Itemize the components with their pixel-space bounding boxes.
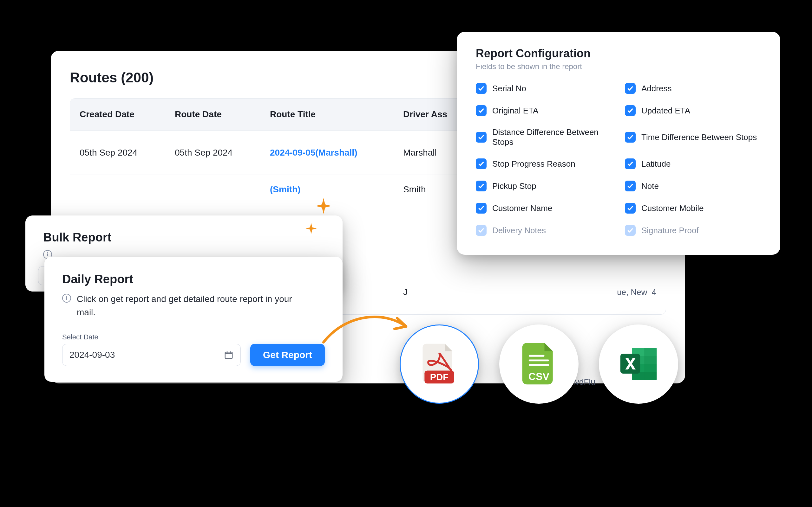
- config-field[interactable]: Signature Proof: [625, 225, 761, 236]
- config-field[interactable]: Time Difference Between Stops: [625, 127, 761, 147]
- cell-created: [70, 175, 165, 194]
- checkbox-icon[interactable]: [476, 132, 487, 143]
- config-field[interactable]: Address: [625, 83, 761, 94]
- route-title-link[interactable]: 2024-09-05(Marshall): [270, 148, 357, 158]
- report-config-title: Report Configuration: [476, 47, 761, 60]
- config-field-label: Time Difference Between Stops: [641, 132, 757, 142]
- address-fragment: 4: [652, 287, 656, 297]
- checkbox-icon[interactable]: [625, 225, 636, 236]
- config-field-label: Address: [641, 83, 671, 94]
- cell-route-date: 05th Sep 2024: [165, 138, 260, 167]
- config-field-label: Original ETA: [492, 106, 538, 116]
- csv-file-icon: CSV: [520, 342, 558, 386]
- config-field-label: Serial No: [492, 83, 526, 94]
- checkbox-icon[interactable]: [476, 181, 487, 191]
- config-field-label: Customer Name: [492, 204, 552, 213]
- checkbox-icon[interactable]: [476, 158, 487, 169]
- date-field-label: Select Date: [62, 333, 241, 341]
- info-icon: i: [62, 294, 71, 302]
- config-field-label: Stop Progress Reason: [492, 159, 575, 169]
- checkbox-icon[interactable]: [625, 105, 636, 116]
- config-field[interactable]: Customer Mobile: [625, 203, 761, 214]
- config-field-label: Customer Mobile: [641, 204, 704, 213]
- col-header-route-date[interactable]: Route Date: [165, 99, 260, 130]
- config-field[interactable]: Delivery Notes: [476, 225, 612, 236]
- cell-driver: J: [394, 278, 476, 307]
- report-config-card: Report Configuration Fields to be shown …: [457, 32, 780, 255]
- calendar-icon: [224, 350, 234, 360]
- daily-report-description: Click on get report and get detailed rou…: [77, 292, 299, 319]
- pdf-file-icon: PDF: [420, 342, 458, 386]
- config-field[interactable]: Distance Difference Between Stops: [476, 127, 612, 147]
- checkbox-icon[interactable]: [476, 203, 487, 214]
- svg-rect-4: [529, 359, 549, 361]
- export-pdf-button[interactable]: PDF: [400, 325, 479, 404]
- date-input[interactable]: 2024-09-03: [62, 344, 241, 366]
- config-field-label: Updated ETA: [641, 106, 690, 116]
- checkbox-icon[interactable]: [476, 105, 487, 116]
- route-title-link[interactable]: (Smith): [270, 184, 300, 194]
- daily-report-title: Daily Report: [62, 273, 325, 286]
- checkbox-icon[interactable]: [625, 83, 636, 94]
- config-field-label: Note: [641, 181, 659, 191]
- config-field[interactable]: Customer Name: [476, 203, 612, 214]
- cell-created: 05th Sep 2024: [70, 138, 165, 167]
- date-input-value: 2024-09-03: [69, 350, 115, 360]
- config-field-label: Latitude: [641, 159, 671, 169]
- checkbox-icon[interactable]: [625, 181, 636, 191]
- config-field-label: Delivery Notes: [492, 226, 546, 235]
- get-report-button[interactable]: Get Report: [250, 344, 325, 366]
- config-field-label: Pickup Stop: [492, 181, 537, 191]
- checkbox-icon[interactable]: [476, 83, 487, 94]
- cell-route-date: [165, 175, 260, 194]
- config-field[interactable]: Pickup Stop: [476, 181, 612, 191]
- checkbox-icon[interactable]: [625, 158, 636, 169]
- checkbox-icon[interactable]: [625, 132, 636, 143]
- config-field[interactable]: Note: [625, 181, 761, 191]
- sparkle-icon: [305, 222, 318, 235]
- config-field[interactable]: Serial No: [476, 83, 612, 94]
- excel-file-icon: [618, 345, 659, 383]
- svg-rect-0: [225, 352, 233, 358]
- config-field-label: Distance Difference Between Stops: [492, 127, 612, 147]
- col-header-route-title[interactable]: Route Title: [260, 99, 394, 130]
- col-header-created[interactable]: Created Date: [70, 99, 165, 130]
- checkbox-icon[interactable]: [625, 203, 636, 214]
- report-config-subtitle: Fields to be shown in the report: [476, 62, 761, 71]
- svg-rect-3: [529, 355, 545, 357]
- svg-rect-12: [644, 348, 657, 380]
- config-field-label: Signature Proof: [641, 226, 699, 235]
- bulk-report-title: Bulk Report: [43, 231, 325, 244]
- svg-text:PDF: PDF: [430, 372, 449, 382]
- daily-report-card: Daily Report i Click on get report and g…: [44, 257, 343, 382]
- export-format-row: PDF CSV: [400, 325, 678, 404]
- config-field[interactable]: Stop Progress Reason: [476, 158, 612, 169]
- config-field[interactable]: Original ETA: [476, 105, 612, 116]
- config-field[interactable]: Updated ETA: [625, 105, 761, 116]
- config-field[interactable]: Latitude: [625, 158, 761, 169]
- sparkle-icon: [314, 196, 333, 216]
- export-excel-button[interactable]: [599, 325, 678, 404]
- export-csv-button[interactable]: CSV: [499, 325, 578, 404]
- svg-text:CSV: CSV: [528, 371, 550, 382]
- checkbox-icon[interactable]: [476, 225, 487, 236]
- svg-rect-5: [529, 364, 549, 366]
- address-fragment: ue, New: [617, 287, 647, 297]
